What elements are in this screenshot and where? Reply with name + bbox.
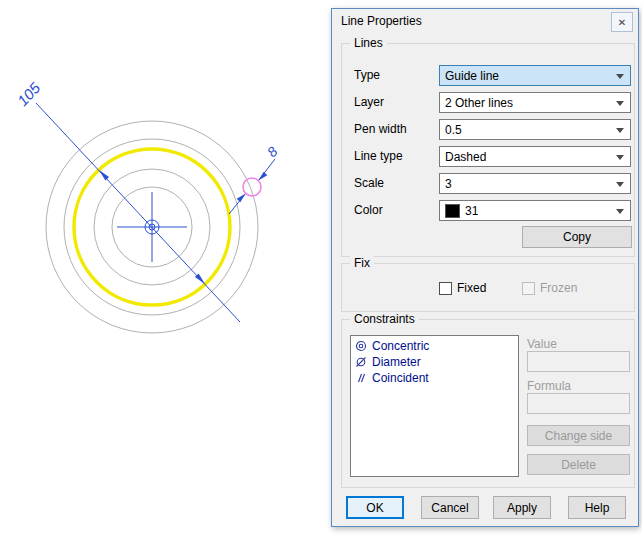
pen-width-dropdown[interactable]: 0.5 bbox=[439, 119, 631, 140]
line-type-label: Line type bbox=[354, 149, 403, 164]
type-dropdown[interactable]: Guide line bbox=[439, 65, 631, 86]
lines-group-label: Lines bbox=[350, 36, 387, 50]
drawing-canvas[interactable]: 105 8 bbox=[0, 0, 331, 536]
lines-group: Lines Type Guide line Layer 2 Other line… bbox=[341, 43, 635, 257]
line-type-value: Dashed bbox=[445, 150, 486, 164]
layer-value: 2 Other lines bbox=[445, 96, 513, 110]
cancel-button[interactable]: Cancel bbox=[421, 496, 479, 519]
pen-width-label: Pen width bbox=[354, 122, 407, 137]
line-type-dropdown[interactable]: Dashed bbox=[439, 146, 631, 167]
chevron-down-icon bbox=[616, 182, 624, 187]
chevron-down-icon bbox=[616, 128, 624, 133]
close-icon[interactable]: ✕ bbox=[611, 12, 633, 32]
frozen-checkbox-box bbox=[522, 282, 535, 295]
dimension-label-large[interactable]: 105 bbox=[14, 79, 44, 109]
line-properties-dialog: Line Properties ✕ Lines Type Guide line … bbox=[331, 8, 639, 527]
help-button[interactable]: Help bbox=[568, 496, 626, 519]
constraint-label: Coincident bbox=[372, 371, 429, 385]
fixed-checkbox[interactable]: Fixed bbox=[439, 281, 486, 295]
concentric-icon bbox=[355, 340, 367, 352]
type-label: Type bbox=[354, 68, 380, 83]
color-swatch bbox=[445, 204, 460, 218]
constraints-list[interactable]: Concentric Diameter Coincident bbox=[350, 335, 519, 477]
constraint-label: Diameter bbox=[372, 355, 421, 369]
layer-dropdown[interactable]: 2 Other lines bbox=[439, 92, 631, 113]
scale-dropdown[interactable]: 3 bbox=[439, 173, 631, 194]
formula-input bbox=[527, 393, 630, 414]
color-label: Color bbox=[354, 203, 383, 218]
list-item-diameter[interactable]: Diameter bbox=[351, 354, 518, 370]
fixed-checkbox-label: Fixed bbox=[457, 281, 486, 295]
color-value: 31 bbox=[465, 204, 478, 218]
constraint-label: Concentric bbox=[372, 339, 429, 353]
value-input bbox=[527, 351, 630, 372]
small-dimension-arrow-lower bbox=[237, 193, 246, 202]
coincident-icon bbox=[355, 372, 367, 384]
change-side-button: Change side bbox=[527, 425, 630, 446]
list-item-coincident[interactable]: Coincident bbox=[351, 370, 518, 386]
list-item-concentric[interactable]: Concentric bbox=[351, 338, 518, 354]
scale-value: 3 bbox=[445, 177, 452, 191]
layer-label: Layer bbox=[354, 95, 384, 110]
chevron-down-icon bbox=[616, 209, 624, 214]
formula-label: Formula bbox=[527, 379, 571, 393]
constraints-group: Constraints Concentric Diameter bbox=[341, 319, 635, 488]
pen-width-value: 0.5 bbox=[445, 123, 462, 137]
delete-button: Delete bbox=[527, 454, 630, 475]
type-value: Guide line bbox=[445, 69, 499, 83]
dialog-titlebar[interactable]: Line Properties bbox=[332, 9, 638, 33]
fix-group: Fix Fixed Frozen bbox=[341, 263, 635, 312]
dialog-title: Line Properties bbox=[341, 14, 422, 28]
frozen-checkbox-label: Frozen bbox=[540, 281, 577, 295]
small-dimension-arrow-upper bbox=[258, 172, 267, 181]
value-label: Value bbox=[527, 337, 557, 351]
copy-button[interactable]: Copy bbox=[522, 226, 632, 248]
scale-label: Scale bbox=[354, 176, 384, 191]
chevron-down-icon bbox=[616, 101, 624, 106]
chevron-down-icon bbox=[616, 74, 624, 79]
apply-button[interactable]: Apply bbox=[493, 496, 551, 519]
dimension-arrow-upper bbox=[99, 170, 109, 181]
color-dropdown[interactable]: 31 bbox=[439, 200, 631, 221]
fix-group-label: Fix bbox=[350, 256, 374, 270]
diameter-icon bbox=[355, 356, 367, 368]
ok-button[interactable]: OK bbox=[346, 496, 404, 519]
chevron-down-icon bbox=[616, 155, 624, 160]
constraints-group-label: Constraints bbox=[350, 312, 419, 326]
frozen-checkbox: Frozen bbox=[522, 281, 577, 295]
fixed-checkbox-box[interactable] bbox=[439, 282, 452, 295]
dimension-label-small[interactable]: 8 bbox=[264, 143, 281, 160]
